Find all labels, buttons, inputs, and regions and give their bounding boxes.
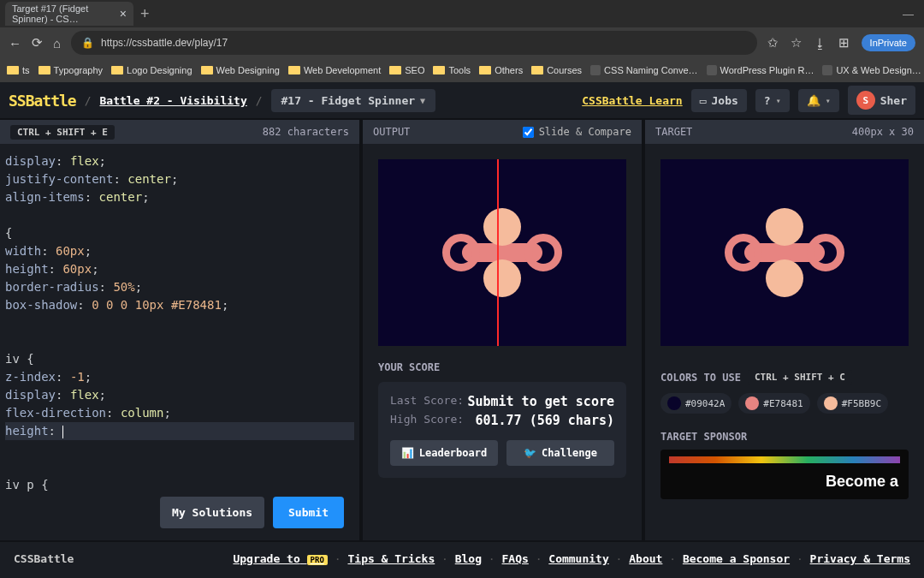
- target-header: TARGET 400px x 30: [645, 120, 924, 144]
- collections-icon[interactable]: ⊞: [838, 35, 850, 51]
- bookmark-item[interactable]: Tools: [433, 65, 471, 75]
- help-button[interactable]: ? ▾: [755, 89, 790, 112]
- high-score-value: 601.77 (569 chars): [475, 413, 614, 428]
- target-preview-wrap: [645, 144, 924, 361]
- code-line: iv p {: [5, 476, 354, 494]
- bookmark-item[interactable]: Courses: [531, 65, 582, 75]
- code-line: box-shadow: 0 0 0 10px #E78481;: [5, 296, 354, 314]
- twitter-icon: 🐦: [524, 447, 536, 459]
- color-swatches: #09042A#E78481#F5BB9C: [660, 393, 909, 414]
- back-icon[interactable]: ←: [9, 36, 21, 51]
- bookmark-item[interactable]: Web Development: [288, 65, 381, 75]
- challenge-button[interactable]: 🐦 Challenge: [506, 440, 614, 466]
- code-line: border-radius: 50%;: [5, 278, 354, 296]
- new-tab-button[interactable]: +: [140, 5, 150, 23]
- code-line: width: 60px;: [5, 242, 354, 260]
- bookmarks-bar: tsTypographyLogo DesigningWeb DesigningW…: [0, 58, 924, 82]
- tab-close-icon[interactable]: ×: [120, 7, 127, 21]
- code-line: [5, 440, 354, 458]
- submit-button[interactable]: Submit: [273, 497, 344, 528]
- bookmark-item[interactable]: Typography: [38, 65, 103, 75]
- footer-link[interactable]: Tips & Tricks: [347, 552, 435, 565]
- pro-badge: PRO: [307, 555, 328, 565]
- code-line: [5, 206, 354, 224]
- help-icon: ?: [764, 94, 771, 107]
- output-panel: OUTPUT Slide & Compare YOUR SCORE Last S…: [363, 120, 645, 540]
- bookmark-icon[interactable]: ☆: [791, 35, 802, 51]
- footer-brand[interactable]: CSSBattle: [14, 552, 74, 565]
- refresh-icon[interactable]: ⟳: [32, 35, 43, 51]
- editor-panel: CTRL + SHIFT + E 882 characters display:…: [0, 120, 363, 540]
- chevron-down-icon: ▼: [420, 96, 425, 105]
- lock-icon: 🔒: [81, 37, 94, 49]
- color-swatch[interactable]: #E78481: [738, 393, 809, 414]
- color-swatch[interactable]: #09042A: [660, 393, 732, 414]
- high-score-label: High Score:: [390, 413, 464, 428]
- bookmark-item[interactable]: ts: [7, 65, 30, 75]
- window-controls: —: [903, 8, 924, 21]
- slide-checkbox[interactable]: [523, 127, 534, 138]
- learn-link[interactable]: CSSBattle Learn: [582, 94, 682, 107]
- colors-section: COLORS TO USE CTRL + SHIFT + C #09042A#E…: [645, 361, 924, 422]
- target-title: TARGET: [655, 126, 692, 138]
- username: Sher: [880, 94, 907, 107]
- app-header: SSBattle / Battle #2 - Visibility / #17 …: [0, 82, 924, 120]
- output-preview[interactable]: [378, 159, 626, 346]
- avatar: S: [856, 91, 875, 110]
- footer-link[interactable]: FAQs: [502, 552, 529, 565]
- footer-link[interactable]: Become a Sponsor: [683, 552, 790, 565]
- bookmark-item[interactable]: Others: [479, 65, 523, 75]
- code-line: justify-content: center;: [5, 170, 354, 188]
- score-section: YOUR SCORE Last Score: Submit to get sco…: [363, 361, 642, 478]
- bookmark-item[interactable]: Web Designing: [201, 65, 280, 75]
- bookmark-item[interactable]: WordPress Plugin R…: [707, 65, 814, 75]
- code-line: display: flex;: [5, 386, 354, 404]
- download-icon[interactable]: ⭳: [814, 36, 826, 51]
- sponsor-text: Become a: [826, 473, 898, 491]
- target-selector[interactable]: #17 - Fidget Spinner ▼: [271, 89, 436, 112]
- footer-link[interactable]: Blog: [455, 552, 482, 565]
- battle-link[interactable]: Battle #2 - Visibility: [100, 94, 247, 107]
- sponsor-title: TARGET SPONSOR: [660, 431, 909, 443]
- jobs-label: Jobs: [711, 94, 737, 107]
- sponsor-section: TARGET SPONSOR Become a: [645, 422, 924, 508]
- footer-link[interactable]: About: [629, 552, 662, 565]
- my-solutions-button[interactable]: My Solutions: [160, 497, 264, 528]
- bookmark-item[interactable]: Logo Designing: [111, 65, 192, 75]
- score-title: YOUR SCORE: [378, 361, 626, 373]
- tab-title: Target #17 (Fidget Spinner) - CS…: [12, 3, 115, 24]
- color-swatch[interactable]: #F5BB9C: [817, 393, 888, 414]
- sponsor-banner[interactable]: Become a: [660, 450, 909, 499]
- slide-label: Slide & Compare: [539, 126, 631, 138]
- home-icon[interactable]: ⌂: [53, 36, 61, 51]
- bookmark-item[interactable]: SEO: [389, 65, 424, 75]
- footer-link[interactable]: Community: [548, 552, 608, 565]
- user-menu[interactable]: S Sher: [848, 86, 915, 115]
- score-box: Last Score: Submit to get score High Sco…: [378, 382, 626, 478]
- leaderboard-button[interactable]: 📊 Leaderboard: [390, 440, 498, 466]
- jobs-button[interactable]: ▭ Jobs: [691, 89, 747, 112]
- code-line: height: 60px;: [5, 260, 354, 278]
- bookmark-item[interactable]: CSS Naming Conve…: [590, 65, 697, 75]
- code-line: iv {: [5, 350, 354, 368]
- code-line: {: [5, 224, 354, 242]
- browser-tab[interactable]: Target #17 (Fidget Spinner) - CS… ×: [5, 2, 133, 26]
- slide-compare-toggle[interactable]: Slide & Compare: [523, 126, 631, 138]
- target-panel: TARGET 400px x 30 COLORS TO USE CTRL + S…: [645, 120, 924, 540]
- url-input[interactable]: 🔒 https://cssbattle.dev/play/17: [71, 31, 757, 55]
- code-editor[interactable]: display: flex;justify-content: center;al…: [0, 144, 359, 540]
- upgrade-link[interactable]: Upgrade to PRO: [233, 552, 327, 565]
- bookmark-item[interactable]: UX & Web Design…: [822, 65, 921, 75]
- code-line: [5, 458, 354, 476]
- footer-link[interactable]: Privacy & Terms: [810, 552, 910, 565]
- chevron-down-icon: ▾: [826, 96, 831, 105]
- colors-shortcut: CTRL + SHIFT + C: [748, 370, 852, 384]
- chart-icon: 📊: [401, 447, 414, 459]
- code-line: height:: [5, 422, 354, 440]
- minimize-icon[interactable]: —: [903, 8, 914, 21]
- favorite-icon[interactable]: ✩: [767, 35, 779, 51]
- slider-line[interactable]: [497, 159, 499, 346]
- notifications-button[interactable]: 🔔 ▾: [798, 89, 839, 112]
- logo[interactable]: SSBattle: [9, 92, 76, 110]
- inprivate-badge: InPrivate: [862, 34, 915, 51]
